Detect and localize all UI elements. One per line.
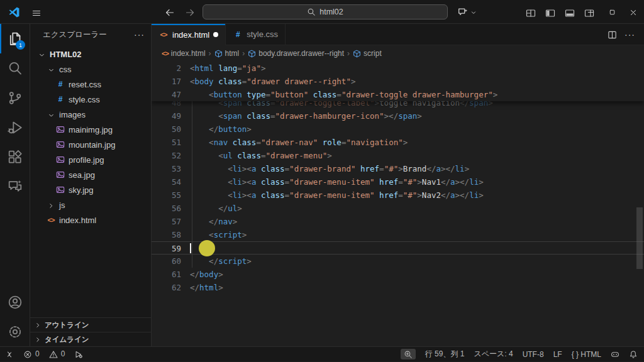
customize-layout-icon[interactable] xyxy=(526,7,536,18)
code-line-61[interactable]: 61</body> xyxy=(152,268,644,281)
command-center-search[interactable]: html02 xyxy=(203,4,448,19)
menu-icon[interactable] xyxy=(31,7,42,18)
activity-extensions[interactable] xyxy=(0,142,30,172)
tab-style-css[interactable]: #style.css xyxy=(226,24,286,45)
more-editor-actions-icon[interactable]: ··· xyxy=(625,30,635,40)
code-line-62[interactable]: 62</html> xyxy=(152,281,644,294)
status-language-mode[interactable]: { } HTML xyxy=(572,350,601,359)
code-line-56[interactable]: 56 </ul> xyxy=(152,202,644,215)
activity-run-debug[interactable] xyxy=(0,112,30,142)
activity-explorer[interactable]: 1 xyxy=(0,24,30,53)
code-line-58[interactable]: 58 <script> xyxy=(152,228,644,241)
code-line-54[interactable]: 54 <li><a class="drawer-menu-item" href=… xyxy=(152,175,644,189)
line-number[interactable]: 59 xyxy=(152,242,181,254)
activity-settings[interactable] xyxy=(0,317,30,346)
line-number[interactable]: 55 xyxy=(152,189,181,202)
status-debug-status[interactable] xyxy=(74,349,83,359)
status-errors[interactable]: 0 xyxy=(23,349,40,359)
code-line-49[interactable]: 49 <span class="drawer-hamburger-icon"><… xyxy=(152,109,644,123)
split-editor-icon[interactable] xyxy=(608,29,617,40)
line-content: <body class="drawer drawer--right"> xyxy=(181,75,355,88)
activity-search[interactable] xyxy=(0,53,30,83)
tree-item-profile-jpg[interactable]: profile.jpg xyxy=(30,152,151,167)
code-line-52[interactable]: 52 <ul class="drawer-menu"> xyxy=(152,149,644,162)
tree-item-mainimg-jpg[interactable]: mainimg.jpg xyxy=(30,122,151,137)
code-line-47[interactable]: 47 <button type="button" class="drawer-t… xyxy=(152,88,644,101)
explorer-badge: 1 xyxy=(16,40,25,50)
section-timeline[interactable]: タイムライン xyxy=(30,332,151,346)
tree-item-css[interactable]: css xyxy=(30,62,151,77)
tree-item-style-css[interactable]: #style.css xyxy=(30,92,151,107)
copilot-chat-button[interactable] xyxy=(457,6,477,18)
unsaved-dot-icon[interactable] xyxy=(213,32,218,37)
activity-chat[interactable] xyxy=(0,172,30,201)
code-editor[interactable]: 48 <span class="drawer-toggle-label">tog… xyxy=(152,62,644,346)
code-line-2[interactable]: 2<html lang="ja"> xyxy=(152,62,644,75)
code-line-55[interactable]: 55 <li><a class="drawer-menu-item" href=… xyxy=(152,189,644,202)
image-file-icon xyxy=(55,125,65,134)
line-number[interactable]: 48 xyxy=(152,101,181,109)
tree-item-index-html[interactable]: <>index.html xyxy=(30,212,151,228)
status-eol[interactable]: LF xyxy=(553,350,562,359)
line-number[interactable]: 62 xyxy=(152,281,181,294)
tree-item-html02[interactable]: HTML02 xyxy=(30,47,151,62)
tree-item-images[interactable]: images xyxy=(30,107,151,122)
zoom-plus-icon xyxy=(404,349,413,359)
tree-item-reset-css[interactable]: #reset.css xyxy=(30,77,151,92)
tree-item-js[interactable]: js xyxy=(30,197,151,212)
panel-left-icon xyxy=(545,7,555,18)
line-number[interactable]: 60 xyxy=(152,255,181,268)
code-line-60[interactable]: 60 </script> xyxy=(152,255,644,268)
activity-source-control[interactable] xyxy=(0,83,30,112)
line-number[interactable]: 57 xyxy=(152,215,181,228)
line-number[interactable]: 2 xyxy=(152,62,181,75)
code-line-48[interactable]: 48 <span class="drawer-toggle-label">tog… xyxy=(152,101,644,109)
close-button[interactable] xyxy=(623,0,644,24)
line-number[interactable]: 54 xyxy=(152,175,181,189)
line-number[interactable]: 58 xyxy=(152,228,181,241)
line-content: <span class="drawer-hamburger-icon"></sp… xyxy=(181,109,422,123)
breadcrumb-item[interactable]: script xyxy=(353,49,382,58)
code-line-50[interactable]: 50 </button> xyxy=(152,123,644,136)
line-number[interactable]: 50 xyxy=(152,123,181,136)
status-zoom[interactable] xyxy=(401,349,416,359)
status-cursor-position[interactable]: 行 59、列 1 xyxy=(425,349,465,359)
line-number[interactable]: 17 xyxy=(152,75,181,88)
status-copilot[interactable] xyxy=(611,349,619,359)
activity-account[interactable] xyxy=(0,287,30,317)
breadcrumb-item[interactable]: body.drawer.drawer--right xyxy=(248,49,344,58)
status-notifications[interactable] xyxy=(629,349,638,359)
code-line-51[interactable]: 51 <nav class="drawer-nav" role="navigat… xyxy=(152,136,644,149)
tree-item-sky-jpg[interactable]: sky.jpg xyxy=(30,182,151,197)
status-warnings[interactable]: 0 xyxy=(49,349,65,359)
line-number[interactable]: 56 xyxy=(152,202,181,215)
toggle-primary-sidebar-icon[interactable] xyxy=(545,7,555,18)
breadcrumb-item[interactable]: html xyxy=(214,49,240,58)
line-number[interactable]: 53 xyxy=(152,162,181,175)
line-number[interactable]: 52 xyxy=(152,149,181,162)
code-line-53[interactable]: 53 <li><a class="drawer-brand" href="#">… xyxy=(152,162,644,175)
section-outline[interactable]: アウトライン xyxy=(30,317,151,332)
breadcrumb-item[interactable]: <>index.html xyxy=(162,49,206,58)
tab-index-html[interactable]: <>index.html xyxy=(152,24,226,45)
more-actions-icon[interactable]: ··· xyxy=(134,30,145,40)
navigate-forward-icon[interactable] xyxy=(185,6,195,18)
code-line-17[interactable]: 17<body class="drawer drawer--right"> xyxy=(152,75,644,88)
code-line-57[interactable]: 57 </nav> xyxy=(152,215,644,228)
toggle-panel-icon[interactable] xyxy=(565,7,575,18)
minimize-button[interactable] xyxy=(580,0,601,24)
tree-item-sea-jpg[interactable]: sea.jpg xyxy=(30,167,151,182)
status-indentation[interactable]: スペース: 4 xyxy=(474,349,513,359)
line-number[interactable]: 61 xyxy=(152,268,181,281)
line-number[interactable]: 47 xyxy=(152,88,181,101)
navigate-back-icon[interactable] xyxy=(165,6,175,18)
editor-scrollbar[interactable] xyxy=(636,207,643,269)
maximize-button[interactable] xyxy=(601,0,623,24)
status-remote[interactable] xyxy=(5,349,14,359)
line-number[interactable]: 51 xyxy=(152,136,181,149)
status-encoding[interactable]: UTF-8 xyxy=(523,350,544,359)
image-file-icon xyxy=(56,155,65,164)
line-number[interactable]: 49 xyxy=(152,109,181,123)
code-line-59[interactable]: 59 xyxy=(152,241,644,255)
tree-item-mountain-jpg[interactable]: mountain.jpg xyxy=(30,137,151,152)
